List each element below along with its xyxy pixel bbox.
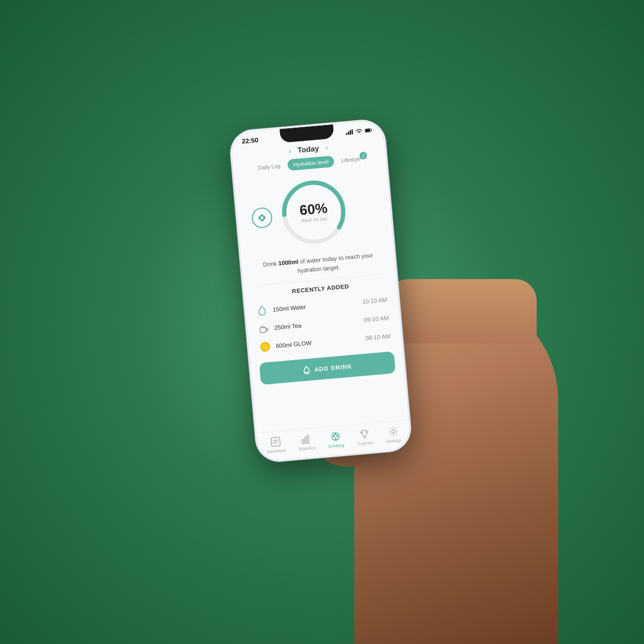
tab-lifestyle[interactable]: Lifestyle 2 — [335, 153, 367, 167]
nav-prev[interactable]: ‹ — [288, 147, 291, 155]
svg-line-15 — [273, 440, 278, 441]
drink-name-water: 150ml Water — [273, 299, 357, 313]
drink-time-tea: 09:10 AM — [363, 314, 389, 323]
nav-label-statistics: Statistics — [298, 445, 316, 452]
nav-item-statistics[interactable]: Statistics — [297, 433, 316, 452]
svg-rect-5 — [365, 129, 370, 132]
statistics-icon — [301, 433, 312, 445]
glow-icon — [259, 341, 271, 353]
drink-name-tea: 250ml Tea — [274, 317, 359, 331]
svg-rect-13 — [260, 327, 266, 333]
nav-item-trophies[interactable]: Trophies — [356, 427, 374, 447]
phone-screen: 22:50 — [230, 120, 411, 462]
nav-title: Today — [297, 144, 319, 154]
circle-center: 60% Wed 19 Jan — [299, 201, 328, 223]
nav-label-trophies: Trophies — [357, 440, 374, 447]
nav-label-settings: Settings — [386, 438, 402, 444]
phone-frame: 22:50 — [229, 118, 413, 463]
svg-rect-18 — [302, 440, 304, 444]
tab-daily-log[interactable]: Daily Log — [252, 160, 286, 174]
main-content: 60% Wed 19 Jan Drink 1000ml of water tod… — [235, 166, 404, 385]
svg-point-25 — [334, 433, 336, 435]
svg-point-28 — [391, 430, 395, 434]
drop-icon — [329, 430, 342, 443]
trophy-icon — [358, 428, 371, 441]
trophies-icon — [358, 428, 370, 440]
leaf-icon-button[interactable] — [251, 207, 273, 229]
signal-icon — [345, 129, 353, 135]
tea-icon — [258, 323, 269, 335]
svg-rect-1 — [348, 131, 349, 135]
svg-line-17 — [273, 443, 276, 444]
lifestyle-badge: 2 — [359, 151, 367, 159]
battery-icon — [364, 127, 372, 133]
svg-rect-2 — [349, 130, 351, 135]
add-drink-label: ADD DRINK — [314, 363, 353, 372]
hydration-percent: 60% — [299, 201, 328, 217]
glow-circle — [260, 342, 270, 353]
tea-cup-icon — [258, 324, 269, 334]
svg-point-22 — [333, 435, 334, 437]
drinking-icon — [330, 431, 341, 443]
svg-line-16 — [273, 442, 278, 442]
nav-item-newsfeed[interactable]: Newsfeed — [266, 435, 286, 455]
svg-rect-3 — [352, 129, 353, 135]
stats-icon — [300, 433, 313, 445]
gear-icon — [386, 425, 399, 438]
svg-point-23 — [336, 435, 338, 437]
wifi-icon — [355, 128, 363, 134]
water-drop-icon — [256, 305, 268, 317]
svg-rect-0 — [346, 133, 347, 135]
newsfeed-icon — [270, 436, 282, 448]
hydration-section: 60% Wed 19 Jan — [243, 167, 385, 259]
status-time: 22:50 — [241, 136, 259, 145]
drink-name-glow: 600ml GLOW — [276, 335, 361, 349]
nav-label-drinking: Drinking — [328, 443, 345, 449]
nav-item-drinking[interactable]: Drinking — [327, 430, 345, 449]
nav-next[interactable]: › — [325, 143, 328, 152]
drink-time-water: 10:10 AM — [362, 296, 387, 305]
flower-icon — [256, 212, 268, 224]
nav-item-settings[interactable]: Settings — [385, 425, 402, 444]
status-icons — [345, 127, 372, 135]
drink-time-glow: 08:10 AM — [365, 333, 390, 341]
svg-rect-20 — [307, 435, 309, 443]
news-icon — [269, 435, 282, 448]
svg-rect-19 — [304, 437, 306, 443]
svg-point-24 — [335, 438, 336, 440]
water-icon — [257, 305, 267, 316]
svg-line-27 — [363, 437, 367, 438]
hydration-circle: 60% Wed 19 Jan — [276, 174, 352, 250]
nav-label-newsfeed: Newsfeed — [267, 448, 286, 455]
tab-hydration-level[interactable]: Hydration level — [287, 156, 334, 171]
add-drink-button[interactable]: ADD DRINK — [259, 351, 396, 385]
settings-icon — [387, 426, 399, 437]
add-drink-icon — [302, 365, 310, 375]
